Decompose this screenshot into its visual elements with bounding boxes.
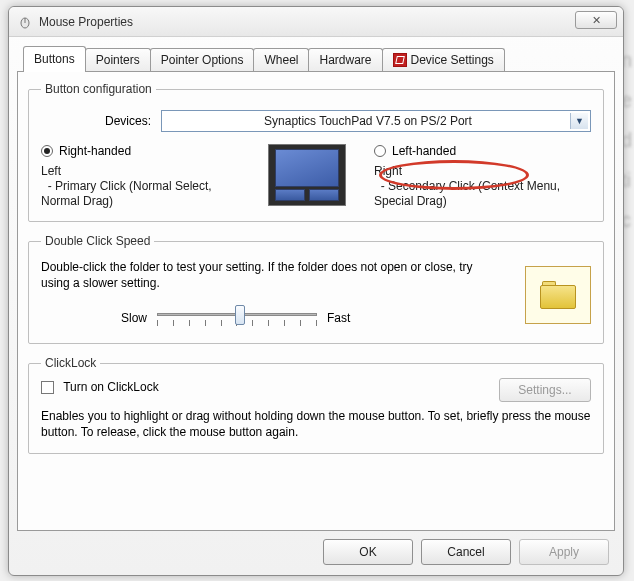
touchpad-illustration xyxy=(268,144,346,206)
button-label: Cancel xyxy=(447,545,484,559)
checkbox-clicklock-label: Turn on ClickLock xyxy=(63,380,159,394)
double-click-slider[interactable] xyxy=(157,305,317,331)
tab-pointers[interactable]: Pointers xyxy=(85,48,151,72)
radio-left-handed[interactable] xyxy=(374,145,386,157)
button-label: Settings... xyxy=(518,383,571,397)
tab-hardware[interactable]: Hardware xyxy=(308,48,382,72)
test-folder[interactable] xyxy=(525,266,591,324)
close-button[interactable]: ✕ xyxy=(575,11,617,29)
legend-button-configuration: Button configuration xyxy=(41,82,156,96)
clicklock-description: Enables you to highlight or drag without… xyxy=(41,408,591,440)
left-desc: - Primary Click (Normal Select, Normal D… xyxy=(41,179,231,209)
mouse-icon xyxy=(17,14,33,30)
clicklock-settings-button: Settings... xyxy=(499,378,591,402)
right-heading: Right xyxy=(374,164,591,179)
cancel-button[interactable]: Cancel xyxy=(421,539,511,565)
tab-label: Pointers xyxy=(96,53,140,67)
tab-panel-buttons: Button configuration Devices: Synaptics … xyxy=(17,71,615,531)
tab-device-settings[interactable]: Device Settings xyxy=(382,48,505,72)
tab-pointer-options[interactable]: Pointer Options xyxy=(150,48,255,72)
slow-label: Slow xyxy=(121,311,147,325)
titlebar[interactable]: Mouse Properties ✕ xyxy=(9,7,623,37)
ok-button[interactable]: OK xyxy=(323,539,413,565)
legend-double-click: Double Click Speed xyxy=(41,234,154,248)
window-title: Mouse Properties xyxy=(39,15,133,29)
double-click-text: Double-click the folder to test your set… xyxy=(41,260,481,291)
tab-label: Hardware xyxy=(319,53,371,67)
left-heading: Left xyxy=(41,164,258,179)
devices-dropdown[interactable]: Synaptics TouchPad V7.5 on PS/2 Port ▼ xyxy=(161,110,591,132)
tab-label: Buttons xyxy=(34,52,75,66)
tab-strip: Buttons Pointers Pointer Options Wheel H… xyxy=(23,45,615,71)
tab-label: Wheel xyxy=(264,53,298,67)
close-icon: ✕ xyxy=(592,14,601,27)
folder-icon xyxy=(540,281,576,309)
radio-right-handed[interactable] xyxy=(41,145,53,157)
slider-thumb[interactable] xyxy=(235,305,245,325)
apply-button: Apply xyxy=(519,539,609,565)
button-label: OK xyxy=(359,545,376,559)
radio-right-handed-label: Right-handed xyxy=(59,144,131,158)
synaptics-icon xyxy=(393,53,407,67)
tab-wheel[interactable]: Wheel xyxy=(253,48,309,72)
legend-clicklock: ClickLock xyxy=(41,356,100,370)
mouse-properties-dialog: Mouse Properties ✕ Buttons Pointers Poin… xyxy=(8,6,624,576)
dialog-footer: OK Cancel Apply xyxy=(323,539,609,565)
tab-label: Device Settings xyxy=(411,53,494,67)
devices-label: Devices: xyxy=(41,114,151,128)
tab-label: Pointer Options xyxy=(161,53,244,67)
group-button-configuration: Button configuration Devices: Synaptics … xyxy=(28,82,604,222)
tab-buttons[interactable]: Buttons xyxy=(23,46,86,72)
button-label: Apply xyxy=(549,545,579,559)
radio-left-handed-label: Left-handed xyxy=(392,144,456,158)
right-desc: - Secondary Click (Context Menu, Special… xyxy=(374,179,574,209)
checkbox-clicklock[interactable] xyxy=(41,381,54,394)
devices-selected-value: Synaptics TouchPad V7.5 on PS/2 Port xyxy=(264,114,472,128)
chevron-down-icon: ▼ xyxy=(570,113,588,129)
group-clicklock: ClickLock Turn on ClickLock Settings... … xyxy=(28,356,604,453)
group-double-click-speed: Double Click Speed Double-click the fold… xyxy=(28,234,604,344)
fast-label: Fast xyxy=(327,311,350,325)
